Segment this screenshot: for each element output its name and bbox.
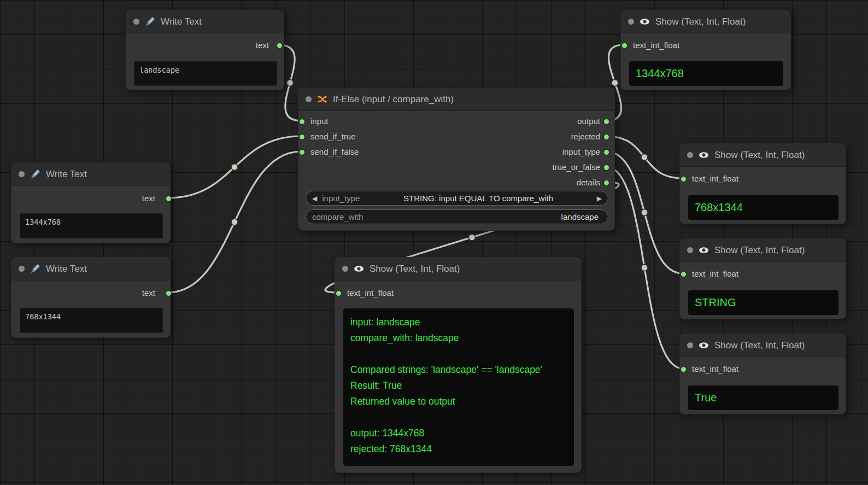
shuffle-icon xyxy=(317,94,327,104)
input-slot-label: send_if_true xyxy=(310,131,356,142)
collapse-dot[interactable] xyxy=(628,19,634,25)
show-value: 768x1344 xyxy=(688,195,838,220)
node-header[interactable]: Show (Text, Int, Float) xyxy=(680,334,846,357)
node-if-else[interactable]: If-Else (input / compare_with) input sen… xyxy=(298,87,615,231)
node-header[interactable]: Show (Text, Int, Float) xyxy=(335,258,581,281)
output-slot-label: text xyxy=(142,193,155,204)
input-slot-label: text_int_float xyxy=(692,173,738,184)
node-title: Show (Text, Int, Float) xyxy=(714,150,805,161)
combo-next-arrow[interactable]: ▶ xyxy=(597,195,602,202)
output-slot-dot[interactable] xyxy=(603,180,609,186)
node-show-right-2[interactable]: Show (Text, Int, Float) text_int_float S… xyxy=(679,238,846,319)
node-header[interactable]: Write Text xyxy=(11,163,170,186)
link-midpoint-dot[interactable] xyxy=(612,80,618,86)
input-slot-dot[interactable] xyxy=(299,134,305,140)
pen-icon xyxy=(30,264,40,274)
node-show-main[interactable]: Show (Text, Int, Float) text_int_float i… xyxy=(335,257,582,473)
node-header[interactable]: Write Text xyxy=(11,258,170,281)
link-midpoint-dot[interactable] xyxy=(641,265,648,271)
input-slot-dot[interactable] xyxy=(621,43,627,49)
input-slot-dot[interactable] xyxy=(681,271,687,277)
input-slot-dot[interactable] xyxy=(299,149,305,155)
link-midpoint-dot[interactable] xyxy=(231,164,238,171)
node-title: Show (Text, Int, Float) xyxy=(655,16,746,27)
output-slot-label: text xyxy=(142,288,155,299)
output-slot-dot[interactable] xyxy=(603,119,609,125)
node-header[interactable]: Show (Text, Int, Float) xyxy=(680,239,846,262)
output-slot-label: text xyxy=(256,40,269,51)
node-show-right-3[interactable]: Show (Text, Int, Float) text_int_float T… xyxy=(679,334,846,414)
node-title: Write Text xyxy=(46,264,87,274)
node-write-text-3[interactable]: Write Text text 768x1344 xyxy=(11,257,171,338)
output-slot-dot[interactable] xyxy=(603,149,609,155)
node-graph-canvas[interactable]: Write Text text landscape Write Text tex… xyxy=(0,0,868,485)
node-title: If-Else (input / compare_with) xyxy=(333,94,454,105)
collapse-dot[interactable] xyxy=(687,342,693,348)
show-line: output: 1344x768 xyxy=(350,425,567,441)
combo-name: input_type xyxy=(322,194,360,203)
collapse-dot[interactable] xyxy=(687,152,693,158)
node-write-text-1[interactable]: Write Text text landscape xyxy=(126,10,284,90)
input-slot-dot[interactable] xyxy=(336,290,342,296)
collapse-dot[interactable] xyxy=(19,266,25,272)
eye-icon xyxy=(354,264,364,274)
eye-icon xyxy=(699,340,709,350)
combo-value[interactable]: STRING: input EQUAL TO compare_with xyxy=(365,194,591,203)
output-slot-dot[interactable] xyxy=(166,290,172,296)
node-write-text-2[interactable]: Write Text text 1344x768 xyxy=(11,162,171,243)
text-input[interactable]: 1344x768 xyxy=(20,213,163,238)
pen-icon xyxy=(30,169,40,179)
output-slot-dot[interactable] xyxy=(166,196,172,202)
node-header[interactable]: Show (Text, Int, Float) xyxy=(680,144,846,167)
link-midpoint-dot[interactable] xyxy=(469,234,476,241)
show-line: rejected: 768x1344 xyxy=(350,441,567,457)
node-title: Write Text xyxy=(161,16,202,27)
text-input[interactable]: 768x1344 xyxy=(20,308,163,333)
input-slot-label: text_int_float xyxy=(347,288,394,299)
combo-widget-input-type[interactable]: ◀ input_type STRING: input EQUAL TO comp… xyxy=(306,191,608,206)
input-slot-label: text_int_float xyxy=(692,364,738,375)
node-show-right-1[interactable]: Show (Text, Int, Float) text_int_float 7… xyxy=(679,143,846,224)
node-title: Show (Text, Int, Float) xyxy=(714,340,805,351)
node-header[interactable]: Show (Text, Int, Float) xyxy=(621,10,790,33)
input-slot-dot[interactable] xyxy=(681,176,687,182)
output-slot-dot[interactable] xyxy=(277,43,283,49)
collapse-dot[interactable] xyxy=(342,266,348,272)
show-value: True xyxy=(688,385,838,410)
widget-value[interactable]: landscape xyxy=(561,212,602,221)
link-midpoint-dot[interactable] xyxy=(287,80,294,86)
node-title: Write Text xyxy=(46,169,87,180)
combo-prev-arrow[interactable]: ◀ xyxy=(312,195,317,202)
node-header[interactable]: If-Else (input / compare_with) xyxy=(298,88,614,111)
widget-name: compare_with xyxy=(312,212,363,221)
output-slot-label: output xyxy=(577,116,600,127)
input-slot-label: send_if_false xyxy=(310,147,359,157)
link-midpoint-dot[interactable] xyxy=(231,219,238,225)
link-midpoint-dot[interactable] xyxy=(641,209,648,216)
collapse-dot[interactable] xyxy=(687,247,693,253)
output-slot-dot[interactable] xyxy=(603,165,609,171)
collapse-dot[interactable] xyxy=(19,171,25,177)
node-header[interactable]: Write Text xyxy=(126,10,284,33)
eye-icon xyxy=(640,16,650,27)
link-midpoint-dot[interactable] xyxy=(641,154,648,161)
output-slot-label: true_or_false xyxy=(552,162,600,173)
input-slot-label: text_int_float xyxy=(692,268,738,279)
eye-icon xyxy=(699,150,709,160)
input-slot-label: input xyxy=(310,116,329,127)
input-slot-dot[interactable] xyxy=(681,366,687,372)
show-line: Returned value to output xyxy=(350,394,567,410)
output-slot-dot[interactable] xyxy=(603,134,609,140)
eye-icon xyxy=(699,245,709,255)
collapse-dot[interactable] xyxy=(306,96,312,102)
show-value: 1344x768 xyxy=(629,61,783,86)
text-input[interactable]: landscape xyxy=(134,61,277,86)
show-line: Compared strings: 'landscape' == 'landsc… xyxy=(350,362,567,378)
input-slot-dot[interactable] xyxy=(299,119,305,125)
collapse-dot[interactable] xyxy=(133,19,139,25)
text-widget-compare-with[interactable]: compare_with landscape xyxy=(306,209,608,224)
show-details-text: input: landscape compare_with: landscape… xyxy=(343,308,574,466)
output-slot-label: details xyxy=(577,177,600,188)
node-show-top[interactable]: Show (Text, Int, Float) text_int_float 1… xyxy=(620,10,791,90)
output-slot-label: input_type xyxy=(562,147,600,157)
